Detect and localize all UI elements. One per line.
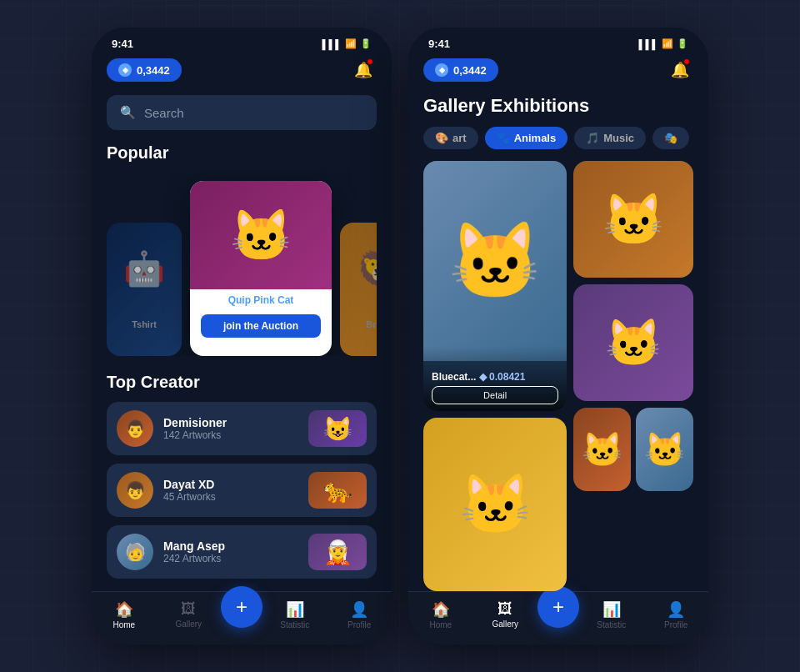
notification-bell-right[interactable]: 🔔 <box>667 57 693 83</box>
nav-home-left[interactable]: 🏠 Home <box>92 600 157 629</box>
creator-info-3: Mang Asep 242 Artworks <box>163 539 298 564</box>
featured-name: Bluecat... ◆ 0.08421 <box>432 371 558 383</box>
featured-card-img: 🐱 <box>423 161 567 361</box>
carousel-img-center: 🐱 <box>190 181 332 289</box>
tab-music[interactable]: 🎵 Music <box>574 127 646 149</box>
nav-statistic-right[interactable]: 📊 Statistic <box>579 600 644 629</box>
bottom-right-cards: 🐱 🐱 <box>573 408 693 591</box>
nav-center-left: + <box>221 600 262 629</box>
gallery-card-br1[interactable]: 🐱 <box>573 408 631 491</box>
nav-statistic-left[interactable]: 📊 Statistic <box>262 600 328 629</box>
creator-thumb-1: 😺 <box>308 410 367 447</box>
br1-img: 🐱 <box>573 408 631 491</box>
home-icon: 🏠 <box>115 600 133 619</box>
eth-balance-right[interactable]: ◆ 0,3442 <box>423 58 498 82</box>
search-bar[interactable]: 🔍 Search <box>107 95 377 130</box>
statistic-icon-left: 📊 <box>286 600 304 619</box>
gallery-card-mr[interactable]: 🐱 <box>573 284 693 401</box>
profile-icon-left: 👤 <box>350 600 368 619</box>
creator-item-3[interactable]: 🧓 Mang Asep 242 Artworks 🧝 <box>107 525 377 579</box>
carousel-label-center: Quip Pink Cat <box>190 289 332 311</box>
creator-thumb-3: 🧝 <box>308 534 367 570</box>
creator-item-1[interactable]: 👨 Demisioner 142 Artworks 😺 <box>107 402 377 455</box>
creator-info-1: Demisioner 142 Artworks <box>163 416 298 441</box>
eth-icon-right: ◆ <box>435 63 448 77</box>
nav-gallery-label-left: Gallery <box>175 619 202 629</box>
nav-gallery-label-right: Gallery <box>492 619 518 629</box>
gallery-card-wide[interactable]: 🐱 <box>423 418 567 591</box>
status-bar-left: 9:41 ▌▌▌ 📶 🔋 <box>92 28 392 57</box>
top-bar-left: ◆ 0,3442 🔔 <box>107 57 377 83</box>
gallery-card-featured[interactable]: 🐱 Bluecat... ◆ 0.08421 Detail <box>423 161 567 411</box>
top-bar-right: ◆ 0,3442 🔔 <box>423 57 693 83</box>
nav-profile-label-left: Profile <box>348 620 371 629</box>
bottom-nav-right: 🏠 Home 🖼 Gallery + 📊 Statistic 👤 Profile <box>408 591 708 644</box>
br2-img: 🐱 <box>636 408 693 491</box>
tr-card-img: 🐱 <box>573 161 693 278</box>
notification-bell-left[interactable]: 🔔 <box>350 57 377 83</box>
creator-avatar-1: 👨 <box>117 410 153 447</box>
battery-icon-right: 🔋 <box>677 38 688 49</box>
carousel-label-right: Brow <box>340 314 377 334</box>
art-label: art <box>452 132 467 144</box>
add-button-left[interactable]: + <box>221 586 262 628</box>
popular-title: Popular <box>107 143 377 163</box>
tab-more[interactable]: 🎭 <box>652 127 689 149</box>
nav-gallery-left[interactable]: 🖼 Gallery <box>157 600 222 629</box>
creator-thumb-2: 🐆 <box>308 472 367 509</box>
gallery-card-br2[interactable]: 🐱 <box>636 408 693 491</box>
featured-overlay: Bluecat... ◆ 0.08421 Detail <box>423 346 567 411</box>
wifi-icon-right: 📶 <box>662 38 673 49</box>
gallery-grid: 🐱 Bluecat... ◆ 0.08421 Detail 🐱 <box>423 161 693 591</box>
nav-statistic-label-left: Statistic <box>280 620 309 629</box>
tab-animals[interactable]: 🐾 Animals <box>485 127 568 149</box>
join-auction-button[interactable]: join the Auction <box>201 314 322 338</box>
animals-emoji: 🐾 <box>497 132 510 144</box>
nav-home-label-right: Home <box>429 620 452 629</box>
creator-count-1: 142 Artworks <box>163 429 298 441</box>
detail-button[interactable]: Detail <box>432 386 558 404</box>
gallery-title: Gallery Exhibitions <box>423 95 693 117</box>
nav-profile-left[interactable]: 👤 Profile <box>328 600 392 629</box>
nav-profile-label-right: Profile <box>664 620 688 629</box>
creator-item-2[interactable]: 👦 Dayat XD 45 Artworks 🐆 <box>107 464 377 517</box>
carousel-img-right: 🦁 <box>340 223 377 314</box>
bell-dot-right <box>683 58 690 65</box>
carousel-card-left[interactable]: 🤖 Tshirt <box>107 223 182 356</box>
phone-left: 9:41 ▌▌▌ 📶 🔋 ◆ 0,3442 🔔 🔍 <box>92 28 392 644</box>
time-left: 9:41 <box>112 38 133 50</box>
wide-card-img: 🐱 <box>423 418 567 591</box>
creator-list: 👨 Demisioner 142 Artworks 😺 👦 Dayat XD 4… <box>107 402 377 579</box>
gallery-card-tr[interactable]: 🐱 <box>573 161 693 278</box>
search-placeholder: Search <box>144 106 184 120</box>
creator-avatar-2: 👦 <box>117 472 153 509</box>
music-label: Music <box>603 132 634 144</box>
carousel-card-right[interactable]: 🦁 Brow <box>340 223 377 356</box>
home-icon-right: 🏠 <box>432 600 450 619</box>
nav-gallery-right[interactable]: 🖼 Gallery <box>473 600 538 629</box>
status-bar-right: 9:41 ▌▌▌ 📶 🔋 <box>408 28 708 57</box>
nav-home-label-left: Home <box>112 620 135 629</box>
add-button-right[interactable]: + <box>538 586 579 628</box>
nav-home-right[interactable]: 🏠 Home <box>408 600 473 629</box>
creator-info-2: Dayat XD 45 Artworks <box>163 478 298 503</box>
wifi-icon: 📶 <box>345 38 357 49</box>
nav-statistic-label-right: Statistic <box>597 620 626 629</box>
gallery-icon-right: 🖼 <box>498 600 512 618</box>
gallery-icon-left: 🖼 <box>181 600 196 618</box>
creator-name-1: Demisioner <box>163 416 298 429</box>
signal-icon: ▌▌▌ <box>322 39 342 49</box>
search-icon: 🔍 <box>120 105 136 120</box>
animals-label: Animals <box>514 132 557 144</box>
tab-art[interactable]: 🎨 art <box>423 127 478 149</box>
carousel-card-center[interactable]: 🐱 Quip Pink Cat join the Auction <box>190 181 332 356</box>
creator-name-2: Dayat XD <box>163 478 298 491</box>
top-creator-title: Top Creator <box>107 373 377 392</box>
eth-balance-left[interactable]: ◆ 0,3442 <box>107 58 182 82</box>
gallery-col-right: 🐱 🐱 🐱 🐱 <box>573 161 693 591</box>
bell-dot <box>367 58 373 65</box>
creator-avatar-3: 🧓 <box>117 534 153 570</box>
profile-icon-right: 👤 <box>667 600 685 619</box>
nav-profile-right[interactable]: 👤 Profile <box>644 600 709 629</box>
signal-icon-right: ▌▌▌ <box>639 39 658 49</box>
